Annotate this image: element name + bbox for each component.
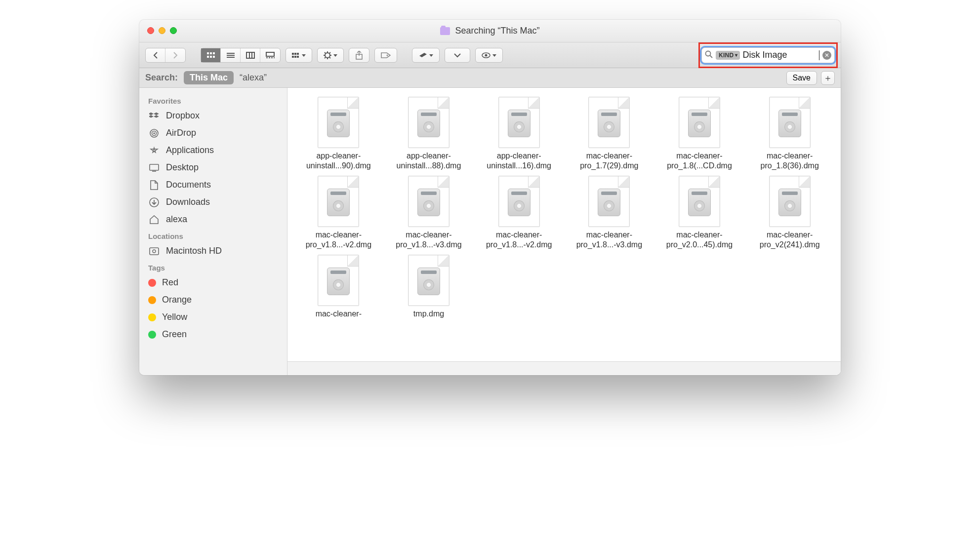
file-item[interactable]: mac-cleaner-pro_v1.8...-v2.dmg <box>294 176 383 250</box>
file-name: app-cleaner-uninstall...16).dmg <box>477 151 561 171</box>
sidebar-item-label: alexa <box>166 214 187 225</box>
search-token-kind[interactable]: KIND▾ <box>716 51 740 60</box>
svg-line-31 <box>325 57 326 58</box>
sidebar-item-downloads[interactable]: Downloads <box>139 193 287 211</box>
file-name: app-cleaner-uninstall...90).dmg <box>296 151 380 171</box>
sidebar-item-applications[interactable]: Applications <box>139 142 287 159</box>
svg-point-34 <box>387 54 388 56</box>
dmg-file-icon <box>679 97 720 148</box>
home-icon <box>148 215 160 225</box>
sidebar-tag-red[interactable]: Red <box>139 274 287 291</box>
sidebar-item-desktop[interactable]: Desktop <box>139 159 287 176</box>
svg-rect-19 <box>297 53 299 55</box>
window-zoom-button[interactable] <box>170 27 177 34</box>
svg-rect-13 <box>266 57 268 58</box>
window-title: Searching “This Mac” <box>455 26 539 36</box>
action-button[interactable] <box>317 48 344 63</box>
svg-rect-14 <box>269 57 270 58</box>
sidebar-item-label: Green <box>162 329 187 340</box>
sidebar-item-label: Desktop <box>166 162 199 173</box>
sidebar-item-home[interactable]: alexa <box>139 211 287 228</box>
svg-rect-46 <box>150 248 159 255</box>
forward-button[interactable] <box>165 48 185 62</box>
dmg-file-icon <box>769 176 811 227</box>
file-name: mac-cleaner-pro_1.8(...CD.dmg <box>657 151 741 171</box>
back-button[interactable] <box>146 48 165 62</box>
file-name: mac-cleaner-pro_v2.0...45).dmg <box>657 230 741 250</box>
view-icon-button[interactable] <box>201 48 221 62</box>
file-name: tmp.dmg <box>387 309 471 319</box>
file-item[interactable]: mac-cleaner-pro_v1.8...-v3.dmg <box>385 176 473 250</box>
scope-alexa[interactable]: “alexa” <box>240 73 267 83</box>
titlebar: Searching “This Mac” <box>139 20 841 42</box>
file-item[interactable]: mac-cleaner-pro_1.7(29).dmg <box>565 97 653 171</box>
airdrop-icon <box>148 128 160 138</box>
search-clear-button[interactable]: ✕ <box>822 51 831 60</box>
sidebar-header-tags: Tags <box>139 260 287 274</box>
dropdown-button[interactable] <box>445 48 470 63</box>
file-item[interactable]: mac-cleaner-pro_v1.8...-v2.dmg <box>475 176 563 250</box>
save-search-button[interactable]: Save <box>786 71 817 85</box>
sidebar-tag-orange[interactable]: Orange <box>139 291 287 309</box>
tag-dot-icon <box>148 279 156 287</box>
sidebar-header-locations: Locations <box>139 228 287 242</box>
search-text: Disk Image <box>743 50 816 60</box>
dmg-file-icon <box>769 97 811 148</box>
svg-line-29 <box>329 57 330 58</box>
file-item[interactable]: app-cleaner-uninstall...16).dmg <box>475 97 563 171</box>
sidebar-tag-green[interactable]: Green <box>139 326 287 343</box>
sidebar-tag-yellow[interactable]: Yellow <box>139 309 287 326</box>
dmg-file-icon <box>408 255 449 306</box>
svg-rect-0 <box>207 52 209 54</box>
view-column-button[interactable] <box>241 48 260 62</box>
view-list-button[interactable] <box>221 48 241 62</box>
dmg-file-icon <box>679 176 720 227</box>
window-close-button[interactable] <box>147 27 154 34</box>
toolbar: KIND▾ Disk Image ✕ <box>139 42 841 68</box>
scope-this-mac[interactable]: This Mac <box>184 71 234 84</box>
dmg-file-icon <box>318 176 359 227</box>
svg-point-37 <box>706 51 711 56</box>
dmg-file-icon <box>408 97 449 148</box>
file-item[interactable]: mac-cleaner-pro_v2(241).dmg <box>745 176 834 250</box>
svg-rect-12 <box>266 52 274 56</box>
file-item[interactable]: app-cleaner-uninstall...88).dmg <box>385 97 473 171</box>
file-item[interactable]: mac-cleaner-pro_v1.8...-v3.dmg <box>565 176 653 250</box>
content-area: app-cleaner-uninstall...90).dmgapp-clean… <box>287 88 841 375</box>
svg-rect-20 <box>292 56 294 58</box>
dmg-file-icon <box>588 97 630 148</box>
file-item[interactable]: tmp.dmg <box>385 255 473 319</box>
smart-folder-icon <box>440 27 450 35</box>
dmg-file-icon <box>588 176 630 227</box>
view-gallery-button[interactable] <box>260 48 280 62</box>
group-by-button[interactable] <box>286 48 312 63</box>
sidebar-item-airdrop[interactable]: AirDrop <box>139 124 287 142</box>
svg-point-41 <box>153 132 155 134</box>
dropbox-button[interactable] <box>412 48 440 63</box>
sidebar: Favorites Dropbox AirDrop Applications D… <box>139 88 287 375</box>
file-name: app-cleaner-uninstall...88).dmg <box>387 151 471 171</box>
share-button[interactable] <box>349 48 369 63</box>
file-item[interactable]: mac-cleaner-pro_v2.0...45).dmg <box>655 176 744 250</box>
file-item[interactable]: mac-cleaner-pro_1.8(...CD.dmg <box>655 97 744 171</box>
quicklook-button[interactable] <box>475 48 503 63</box>
tags-button[interactable] <box>374 48 397 63</box>
file-item[interactable]: mac-cleaner- <box>294 255 383 319</box>
svg-rect-9 <box>246 52 254 58</box>
svg-rect-5 <box>213 56 215 58</box>
nav-buttons <box>145 48 186 63</box>
sidebar-item-documents[interactable]: Documents <box>139 176 287 193</box>
window-minimize-button[interactable] <box>159 27 165 34</box>
file-item[interactable]: mac-cleaner-pro_1.8(36).dmg <box>745 97 834 171</box>
sidebar-item-dropbox[interactable]: Dropbox <box>139 107 287 124</box>
file-name: mac-cleaner-pro_1.8(36).dmg <box>748 151 832 171</box>
file-item[interactable]: app-cleaner-uninstall...90).dmg <box>294 97 383 171</box>
file-name: mac-cleaner-pro_v1.8...-v3.dmg <box>567 230 651 250</box>
scope-label: Search: <box>145 73 178 83</box>
add-criteria-button[interactable]: ＋ <box>821 71 835 85</box>
search-field[interactable]: KIND▾ Disk Image ✕ <box>701 47 835 63</box>
sidebar-item-macintosh-hd[interactable]: Macintosh HD <box>139 242 287 260</box>
svg-point-23 <box>325 53 330 58</box>
search-icon <box>705 50 713 60</box>
sidebar-item-label: Yellow <box>162 312 187 322</box>
